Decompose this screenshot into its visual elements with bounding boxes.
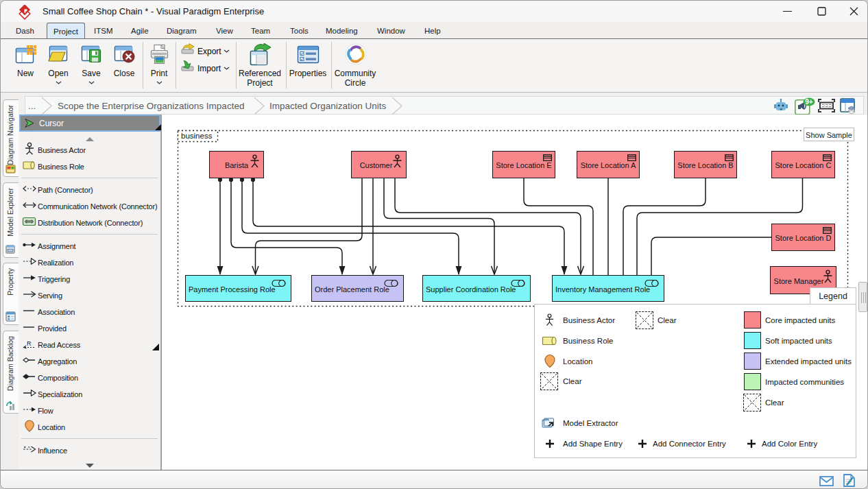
svg-text:9+: 9+ [805, 98, 813, 106]
svg-text:R: R [27, 340, 32, 347]
